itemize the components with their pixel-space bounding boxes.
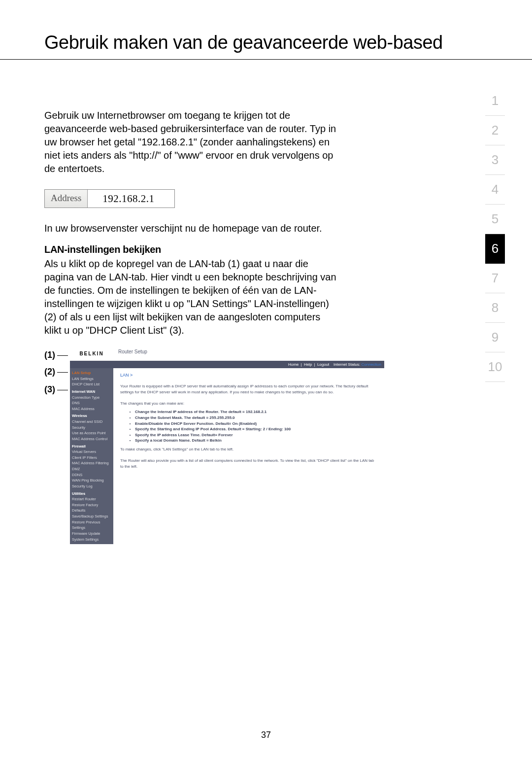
sb-lan-settings[interactable]: LAN Settings [72, 376, 111, 382]
bullet-5: Specify the IP address Lease Time. Defau… [135, 432, 377, 438]
sb-use-ap[interactable]: Use as Access Point [72, 430, 111, 436]
sb-sec-log[interactable]: Security Log [72, 484, 111, 489]
sb-dhcp-list[interactable]: DHCP Client List [72, 381, 111, 387]
nav-5[interactable]: 5 [485, 205, 505, 234]
section-nav: 1 2 3 4 5 6 7 8 9 10 [485, 86, 505, 382]
nav-10[interactable]: 10 [485, 352, 505, 382]
bullet-1: Change the Internal IP address of the Ro… [135, 409, 377, 415]
router-sidebar: LAN Setup LAN Settings DHCP Client List … [70, 368, 113, 544]
address-label: Address [45, 190, 88, 207]
sb-mac[interactable]: MAC Address [72, 406, 111, 412]
sb-utilities[interactable]: Utilities [72, 491, 111, 497]
callout-1: (1) [44, 350, 68, 360]
nav-4[interactable]: 4 [485, 175, 505, 205]
sb-prev[interactable]: Restore Previous Settings [72, 519, 111, 531]
bullet-4: Specify the Starting and Ending IP Pool … [135, 426, 377, 432]
nav-1[interactable]: 1 [485, 86, 505, 116]
page-title: Gebruik maken van de geavanceerde web-ba… [0, 0, 532, 60]
topbar-status-value: Connection [362, 362, 381, 367]
sb-virt[interactable]: Virtual Servers [72, 449, 111, 455]
main-content: Gebruik uw Internetbrowser om toegang te… [0, 60, 384, 544]
sb-restore[interactable]: Restore Factory Defaults [72, 502, 111, 514]
router-setup-title: Router Setup [113, 346, 384, 361]
bullet-6: Specify a local Domain Name. Default = B… [135, 438, 377, 444]
topbar-home[interactable]: Home [288, 362, 299, 367]
sb-mac-filter[interactable]: MAC Address Filtering [72, 460, 111, 466]
bullet-2: Change the Subnet Mask. The default = 25… [135, 415, 377, 421]
topbar-logout[interactable]: Logout [317, 362, 329, 367]
sb-sys[interactable]: System Settings [72, 537, 111, 543]
router-logo: BELKIN [70, 346, 113, 361]
sb-dns[interactable]: DNS [72, 400, 111, 406]
router-bullets: Change the Internal IP address of the Ro… [135, 409, 377, 444]
router-screenshot: (1) (2) (3) BELKIN Router Setup Home | H… [44, 346, 384, 544]
sb-save[interactable]: Save/Backup Settings [72, 514, 111, 519]
sb-security[interactable]: Security [72, 425, 111, 431]
after-address-text: In uw browservenster verschijnt nu de ho… [44, 222, 340, 235]
sb-dmz[interactable]: DMZ [72, 466, 111, 472]
sb-firewall[interactable]: Firewall [72, 444, 111, 449]
bullet-3: Enable/Disable the DHCP Server Function.… [135, 421, 377, 427]
router-desc3: To make changes, click "LAN Settings" on… [120, 447, 377, 452]
router-desc2: The changes that you can make are: [120, 401, 377, 407]
lan-subheading: LAN-instellingen bekijken [44, 244, 340, 255]
nav-8[interactable]: 8 [485, 293, 505, 323]
sb-ddns[interactable]: DDNS [72, 472, 111, 478]
nav-9[interactable]: 9 [485, 323, 505, 352]
nav-2[interactable]: 2 [485, 116, 505, 145]
router-ui: BELKIN Router Setup Home | Help | Logout… [70, 346, 384, 544]
sb-restart[interactable]: Restart Router [72, 496, 111, 502]
router-desc1: Your Router is equipped with a DHCP serv… [120, 383, 377, 395]
sb-chan-ssid[interactable]: Channel and SSID [72, 419, 111, 425]
sb-fw[interactable]: Firmware Update [72, 531, 111, 537]
callout-2: (2) [44, 367, 68, 377]
topbar-help[interactable]: Help [304, 362, 312, 367]
nav-3[interactable]: 3 [485, 145, 505, 175]
sb-wireless[interactable]: Wireless [72, 413, 111, 419]
address-value: 192.168.2.1 [88, 190, 174, 207]
page-number: 37 [0, 730, 532, 740]
sb-conn-type[interactable]: Connection Type [72, 395, 111, 401]
sb-internet-wan[interactable]: Internet WAN [72, 389, 111, 395]
sb-wan-ping[interactable]: WAN Ping Blocking [72, 478, 111, 484]
nav-7[interactable]: 7 [485, 264, 505, 293]
router-desc4: The Router will also provide you with a … [120, 458, 377, 469]
callout-3: (3) [44, 384, 68, 395]
intro-paragraph: Gebruik uw Internetbrowser om toegang te… [44, 109, 340, 175]
router-topbar: Home | Help | Logout Internet Status: Co… [70, 361, 384, 368]
lan-paragraph: Als u klikt op de kopregel van de LAN-ta… [44, 257, 340, 337]
address-bar: Address 192.168.2.1 [44, 189, 175, 208]
sb-client-ip[interactable]: Client IP Filters [72, 455, 111, 461]
sb-lan-setup[interactable]: LAN Setup [72, 370, 111, 376]
router-main: LAN > Your Router is equipped with a DHC… [113, 368, 384, 544]
sb-mac-ctrl[interactable]: MAC Address Control [72, 436, 111, 442]
topbar-status-label: Internet Status: [333, 362, 360, 367]
router-breadcrumb[interactable]: LAN > [120, 372, 377, 379]
nav-6[interactable]: 6 [485, 234, 505, 264]
